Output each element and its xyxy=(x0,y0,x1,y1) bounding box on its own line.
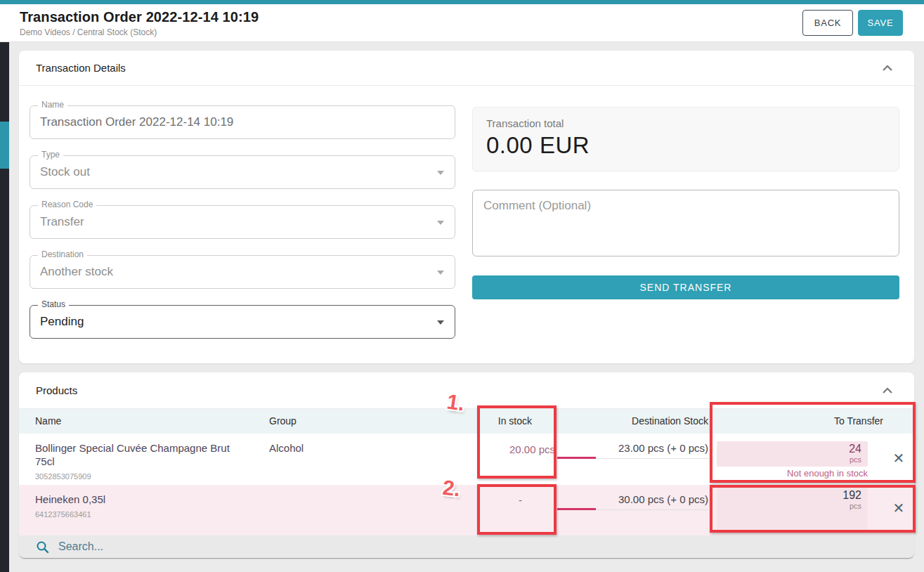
name-field-value: Transaction Order 2022-12-14 10:19 xyxy=(30,106,455,138)
chevron-down-icon xyxy=(437,320,444,325)
reason-code-label: Reason Code xyxy=(38,200,96,209)
send-transfer-button[interactable]: SEND TRANSFER xyxy=(472,275,899,299)
product-name-cell: Bollinger Special Cuvée Champagne Brut 7… xyxy=(19,434,269,483)
destination-stock-underline xyxy=(557,457,708,459)
product-search-bar xyxy=(19,535,914,559)
column-header-group: Group xyxy=(269,409,410,434)
product-group-cell: Alcohol xyxy=(269,434,410,454)
search-input[interactable] xyxy=(58,540,339,553)
transaction-order-page: Transaction Order 2022-12-14 10:19 Demo … xyxy=(0,0,924,572)
reason-code-value: Transfer xyxy=(30,206,455,238)
collapse-products-button[interactable] xyxy=(879,382,896,399)
status-label: Status xyxy=(38,299,69,309)
sidebar-collapsed-strip[interactable] xyxy=(0,42,9,572)
transaction-total-value: 0.00 EUR xyxy=(486,132,885,159)
transaction-details-title: Transaction Details xyxy=(36,62,126,74)
sidebar-active-indicator xyxy=(0,122,9,169)
annotation-box-in-stock-row1 xyxy=(477,405,557,479)
annotation-label-1: 1. xyxy=(445,389,467,415)
annotation-box-to-transfer-row1 xyxy=(710,402,916,483)
destination-label: Destination xyxy=(38,249,87,259)
destination-stock-value: 23.00 pcs (+ 0 pcs) xyxy=(618,442,708,454)
destination-stock-value: 30.00 pcs (+ 0 pcs) xyxy=(618,493,708,505)
collapse-details-button[interactable] xyxy=(879,60,896,77)
comment-input[interactable] xyxy=(472,190,899,256)
save-button[interactable]: SAVE xyxy=(858,10,903,36)
destination-stock-cell: 30.00 pcs (+ 0 pcs) xyxy=(555,485,708,510)
destination-value: Another stock xyxy=(30,256,455,288)
name-field-label: Name xyxy=(38,100,67,110)
chevron-down-icon xyxy=(437,271,444,275)
annotation-label-2: 2. xyxy=(441,476,461,501)
page-title: Transaction Order 2022-12-14 10:19 xyxy=(20,9,259,25)
page-header: Transaction Order 2022-12-14 10:19 Demo … xyxy=(0,4,924,42)
header-titles: Transaction Order 2022-12-14 10:19 Demo … xyxy=(20,9,259,37)
details-form-column: Name Transaction Order 2022-12-14 10:19 … xyxy=(30,105,455,355)
product-barcode: 3052853075909 xyxy=(35,470,241,483)
transaction-total-box: Transaction total 0.00 EUR xyxy=(472,107,899,171)
transaction-details-header: Transaction Details xyxy=(19,51,914,86)
status-select[interactable]: Status Pending xyxy=(30,305,455,339)
destination-select[interactable]: Destination Another stock xyxy=(30,255,455,289)
chevron-up-icon xyxy=(882,65,893,72)
column-header-name: Name xyxy=(19,409,269,434)
product-name: Bollinger Special Cuvée Champagne Brut 7… xyxy=(35,441,241,468)
chevron-down-icon xyxy=(437,221,444,225)
type-select-label: Type xyxy=(38,150,63,160)
reason-code-select[interactable]: Reason Code Transfer xyxy=(30,205,455,239)
product-name: Heineken 0,35l xyxy=(35,493,241,506)
status-value: Pending xyxy=(30,306,455,338)
details-summary-column: Transaction total 0.00 EUR SEND TRANSFER xyxy=(472,107,899,299)
product-group-cell xyxy=(269,485,410,493)
header-actions: BACK SAVE xyxy=(802,10,903,36)
destination-stock-cell: 23.00 pcs (+ 0 pcs) xyxy=(555,434,708,459)
chevron-down-icon xyxy=(437,171,444,175)
column-header-destination-stock: Destination Stock xyxy=(555,409,708,434)
annotation-box-to-transfer-row2 xyxy=(710,485,916,533)
products-title: Products xyxy=(36,384,77,396)
name-field[interactable]: Name Transaction Order 2022-12-14 10:19 xyxy=(30,105,455,139)
transaction-total-label: Transaction total xyxy=(486,117,885,129)
annotation-box-in-stock-row2 xyxy=(477,484,557,535)
destination-stock-underline xyxy=(557,508,708,510)
product-barcode: 6412375663461 xyxy=(35,508,241,521)
back-button[interactable]: BACK xyxy=(802,10,853,36)
chevron-up-icon xyxy=(882,387,893,394)
type-select-value: Stock out xyxy=(30,156,455,188)
breadcrumb: Demo Videos / Central Stock (Stock) xyxy=(20,27,259,37)
type-select[interactable]: Type Stock out xyxy=(30,155,455,189)
product-name-cell: Heineken 0,35l 6412375663461 xyxy=(19,485,269,521)
search-icon xyxy=(36,540,49,554)
transaction-details-card: Transaction Details Name Transaction Ord… xyxy=(19,51,914,363)
